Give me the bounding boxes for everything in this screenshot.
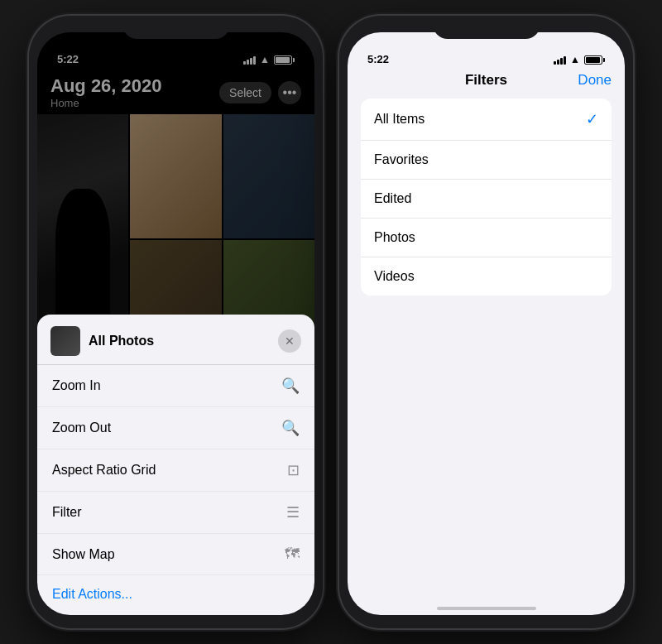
- filters-nav: Filters Done: [348, 69, 625, 99]
- menu-item-zoom-out[interactable]: Zoom Out 🔍: [37, 407, 314, 449]
- menu-item-aspect-ratio[interactable]: Aspect Ratio Grid ⊡: [37, 449, 314, 492]
- filter-item-favorites[interactable]: Favorites: [361, 141, 612, 180]
- context-close-button[interactable]: ✕: [278, 329, 301, 353]
- zoom-out-icon: 🔍: [281, 419, 300, 437]
- filter-item-photos[interactable]: Photos: [361, 219, 612, 257]
- phone-2: 5:22 ▲ Filters Done: [339, 16, 633, 628]
- filters-list: All Items ✓ Favorites Edited Photos Vide…: [361, 99, 612, 296]
- context-menu: All Photos ✕ Zoom In 🔍 Zoom Out 🔍 Aspect…: [37, 315, 314, 615]
- menu-item-show-map[interactable]: Show Map 🗺: [37, 534, 314, 575]
- menu-item-zoom-out-label: Zoom Out: [52, 421, 111, 435]
- filters-title: Filters: [465, 72, 507, 89]
- context-thumb: [50, 326, 80, 356]
- menu-item-zoom-in[interactable]: Zoom In 🔍: [37, 365, 314, 407]
- menu-item-zoom-in-label: Zoom In: [52, 378, 101, 393]
- menu-item-filter[interactable]: Filter ☰: [37, 492, 314, 534]
- menu-item-aspect-label: Aspect Ratio Grid: [52, 463, 156, 478]
- phone-1: 5:22 ▲ Aug 26, 2020 Home: [29, 16, 323, 628]
- filter-all-label: All Items: [374, 112, 425, 127]
- context-menu-title: All Photos: [89, 334, 278, 348]
- filter-edited-label: Edited: [374, 191, 411, 206]
- phone-2-screen: 5:22 ▲ Filters Done: [348, 32, 625, 615]
- battery-icon-2: [584, 55, 605, 65]
- filter-all-check: ✓: [586, 110, 598, 128]
- filter-item-all[interactable]: All Items ✓: [361, 99, 612, 141]
- status-time-2: 5:22: [367, 53, 389, 65]
- map-icon: 🗺: [285, 545, 300, 563]
- phone-1-screen: 5:22 ▲ Aug 26, 2020 Home: [37, 32, 314, 615]
- edit-actions-button[interactable]: Edit Actions...: [37, 575, 314, 608]
- home-indicator-2: [437, 607, 536, 610]
- wifi-icon-2: ▲: [570, 54, 580, 65]
- menu-item-filter-label: Filter: [52, 505, 82, 520]
- filter-photos-label: Photos: [374, 230, 415, 245]
- filters-done-button[interactable]: Done: [578, 72, 612, 89]
- filter-favorites-label: Favorites: [374, 152, 429, 167]
- status-icons-2: ▲: [554, 54, 605, 65]
- signal-icon-2: [554, 55, 566, 65]
- context-menu-header: All Photos ✕: [37, 315, 314, 365]
- notch: [122, 16, 230, 39]
- filter-item-edited[interactable]: Edited: [361, 180, 612, 219]
- aspect-ratio-icon: ⊡: [287, 461, 300, 479]
- zoom-in-icon: 🔍: [281, 377, 300, 395]
- filter-item-videos[interactable]: Videos: [361, 257, 612, 296]
- filter-icon: ☰: [286, 503, 300, 521]
- menu-item-map-label: Show Map: [52, 547, 115, 562]
- filter-videos-label: Videos: [374, 269, 415, 284]
- notch-2: [433, 16, 540, 39]
